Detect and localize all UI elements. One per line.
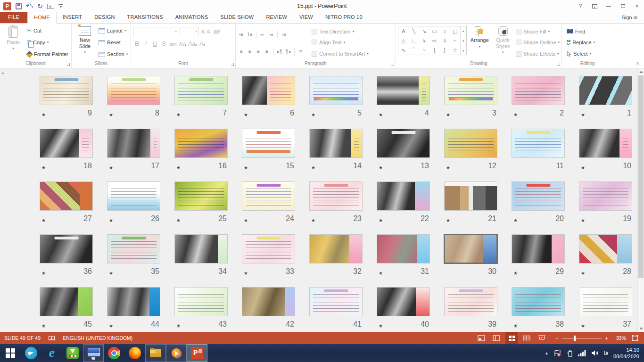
font-dialog-launcher[interactable] (231, 63, 234, 66)
slide-thumbnail-18[interactable] (40, 129, 93, 158)
tab-file[interactable]: FILE (0, 12, 27, 23)
cut-button[interactable]: ✂Cut (27, 26, 68, 35)
paste-button[interactable]: Paste▾ (2, 25, 25, 60)
bold-button[interactable]: B (133, 38, 141, 47)
slide-thumbnail-3[interactable] (444, 76, 497, 105)
sign-in-link[interactable]: Sign in (621, 12, 644, 23)
slide-thumbnail-36[interactable] (40, 234, 93, 263)
arrow-shape[interactable]: ↘ (422, 29, 426, 34)
down-arrow-shape[interactable]: ⇩ (443, 38, 447, 43)
line-spacing-button[interactable]: ↕≡ (280, 30, 288, 39)
right-to-left-button[interactable]: ¶◂ (284, 48, 292, 56)
star-shape[interactable]: ☆ (453, 48, 457, 53)
columns-button[interactable]: ≣ (297, 48, 305, 56)
tab-home[interactable]: HOME (27, 12, 57, 24)
bullets-button[interactable]: •≡ (238, 30, 245, 39)
slide-thumbnail-5[interactable] (309, 76, 363, 105)
taskbar-telegram[interactable] (21, 344, 41, 362)
font-size-combo[interactable]: ▾ (180, 27, 198, 36)
clipboard-dialog-launcher[interactable] (67, 63, 70, 66)
tab-view[interactable]: VIEW (293, 12, 319, 23)
slide-thumbnail-9[interactable] (40, 76, 93, 105)
slide-thumbnail-38[interactable] (512, 287, 565, 316)
find-button[interactable]: Find (567, 27, 595, 36)
slide-thumbnail-20[interactable] (512, 181, 565, 211)
slide-thumbnail-25[interactable] (174, 181, 228, 211)
shapes-scroll-up[interactable]: ▲ (461, 26, 466, 36)
elbow-connector-shape[interactable]: ∟ (411, 38, 416, 43)
slide-thumbnail-21[interactable] (444, 181, 497, 211)
character-spacing-button[interactable]: AV▾ (178, 38, 187, 47)
slide-thumbnail-29[interactable] (512, 234, 565, 263)
notes-button[interactable] (475, 332, 487, 344)
slide-thumbnail-1[interactable] (579, 76, 632, 105)
spell-check-icon[interactable] (48, 332, 55, 344)
font-color-button[interactable]: A▾ (198, 38, 206, 47)
repeat-icon[interactable]: ↻ (37, 3, 43, 9)
zoom-in-button[interactable]: + (604, 335, 609, 342)
convert-to-smartart-button[interactable]: Convert to SmartArt▾ (312, 49, 369, 58)
slide-thumbnail-19[interactable] (579, 181, 632, 211)
line-shape[interactable]: ╲ (412, 29, 415, 34)
zoom-out-button[interactable]: − (554, 335, 559, 342)
ribbon-display-options-button[interactable]: ▴ (587, 0, 602, 12)
align-right-button[interactable]: ≡ (255, 48, 262, 56)
taskbar-remote-desktop[interactable] (83, 344, 104, 362)
rounded-rectangle-shape[interactable]: ▢ (453, 29, 457, 34)
quick-styles-button[interactable]: Quick Styles▾ (492, 25, 513, 60)
elbow-arrow-connector-shape[interactable]: ↳ (422, 38, 426, 43)
drawing-dialog-launcher[interactable] (557, 63, 560, 66)
oval-shape[interactable]: ○ (443, 29, 446, 34)
tab-animations[interactable]: ANIMATIONS (169, 12, 215, 23)
powerpoint-logo-icon[interactable]: P (3, 2, 11, 10)
triangle-shape[interactable]: △ (402, 38, 405, 43)
align-center-button[interactable]: ≡ (246, 48, 254, 56)
reading-view-button[interactable] (520, 332, 533, 344)
align-text-button[interactable]: Align Text▾ (312, 38, 369, 47)
outline-scroll-up-arrow[interactable]: ▲ (1, 71, 5, 75)
shape-effects-button[interactable]: Shape Effects▾ (516, 49, 560, 58)
underline-button[interactable]: U (151, 38, 159, 47)
slide-thumbnail-24[interactable] (242, 181, 295, 211)
slide-thumbnail-15[interactable] (242, 129, 295, 158)
right-arrow-shape[interactable]: ⇨ (432, 38, 437, 43)
paragraph-dialog-launcher[interactable] (391, 63, 394, 66)
slide-thumbnail-2[interactable] (512, 76, 565, 105)
scribble-shape[interactable]: ∿ (401, 48, 405, 53)
select-button[interactable]: Select▾ (567, 49, 595, 58)
language-indicator[interactable]: فا (604, 350, 608, 356)
taskbar-internet-explorer[interactable] (41, 344, 62, 362)
taskbar-chrome[interactable] (104, 344, 124, 362)
text-box-shape[interactable]: A (402, 29, 405, 34)
power-icon[interactable] (566, 350, 573, 357)
slide-thumbnail-17[interactable] (107, 129, 160, 158)
slide-thumbnail-28[interactable] (579, 234, 632, 263)
slide-thumbnail-10[interactable] (579, 129, 632, 158)
language-label[interactable]: ENGLISH (UNITED KINGDOM) (63, 335, 132, 341)
scroll-up-arrow[interactable] (638, 68, 644, 75)
corner-shape-shape[interactable]: ⌐ (454, 38, 456, 43)
slide-thumbnail-45[interactable] (40, 287, 93, 316)
slide-thumbnail-12[interactable] (444, 129, 497, 158)
copy-button[interactable]: Copy▾ (27, 38, 68, 47)
replace-button[interactable]: abacReplace▾ (567, 38, 595, 47)
fit-to-window-button[interactable] (629, 332, 641, 344)
volume-icon[interactable] (591, 350, 599, 356)
slide-thumbnail-43[interactable] (174, 287, 228, 316)
tab-insert[interactable]: INSERT (57, 12, 88, 23)
clear-formatting-icon[interactable] (213, 30, 220, 33)
tab-transitions[interactable]: TRANSITIONS (121, 12, 169, 23)
left-to-right-button[interactable]: ▸¶ (276, 48, 283, 56)
minimize-button[interactable] (602, 0, 616, 12)
save-icon[interactable] (16, 3, 22, 9)
slide-thumbnail-39[interactable] (444, 287, 497, 316)
font-name-combo[interactable]: ▾ (133, 27, 178, 36)
slide-thumbnail-30[interactable] (444, 234, 497, 263)
taskbar-firefox[interactable] (124, 344, 145, 362)
slide-thumbnail-16[interactable] (174, 129, 228, 158)
align-left-button[interactable]: ≡ (238, 48, 245, 56)
taskbar-powerpoint[interactable] (187, 344, 207, 362)
normal-view-button[interactable] (490, 332, 503, 344)
slide-thumbnail-40[interactable] (377, 287, 430, 316)
start-from-beginning-icon[interactable] (47, 4, 54, 9)
